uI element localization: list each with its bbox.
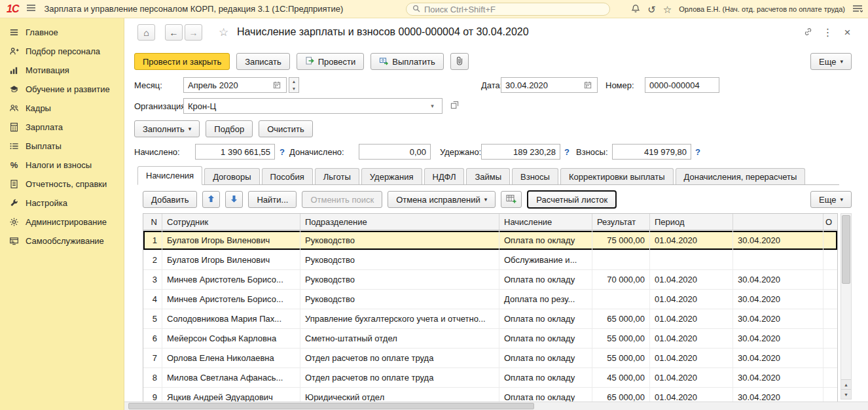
service-menu-button[interactable] [852,5,863,14]
table-row[interactable]: 3 Минчев Аристотель Борисо... Руководств… [143,269,837,289]
cancel-search-button[interactable]: Отменить поиск [302,191,382,208]
additional-field[interactable]: 0,00 [359,144,431,160]
history-button[interactable]: ↺ [647,5,656,14]
date-label: Дата: [481,80,502,90]
tab-privileges[interactable]: Льготы [315,168,359,184]
app-window: 1С Зарплата и управление персоналом КОРП… [0,0,868,410]
current-user[interactable]: Орлова Е.Н. (Нач. отд. расчетов по оплат… [679,5,845,13]
table-row[interactable]: 6 Мейерсон Софья Карловна Сметно-штатный… [143,328,837,348]
favorites-button[interactable]: ☆ [663,5,672,14]
scroll-down-button[interactable]: ▼ [841,389,851,399]
tab-contracts[interactable]: Договоры [204,168,259,184]
accrued-help-link[interactable]: ? [280,147,285,157]
withheld-field[interactable]: 189 230,28 [481,144,560,160]
sidebar-item-reports[interactable]: Отчетность, справки [0,175,124,194]
attachments-button[interactable] [450,53,469,70]
table-row[interactable]: 2 Булатов Игорь Виленович Руководство Об… [143,250,837,269]
pick-button[interactable]: Подбор [206,120,253,137]
sidebar-item-self-service[interactable]: Самообслуживание [0,231,124,250]
column-header-o[interactable]: О [823,214,835,230]
tab-loans[interactable]: Займы [466,168,510,184]
move-up-button[interactable] [202,191,220,208]
write-button[interactable]: Записать [236,53,290,70]
sidebar-item-payments[interactable]: Выплаты [0,137,124,156]
undo-corrections-button[interactable]: Отмена исправлений▾ [388,191,496,208]
month-input[interactable]: Апрель 2020 [183,77,287,93]
cell-o [823,349,835,367]
accrued-field[interactable]: 1 390 661,55 [195,144,275,160]
sidebar-item-label: Главное [26,27,58,37]
table-more-button[interactable]: Еще▾ [810,191,852,208]
sidebar-item-administration[interactable]: Администрирование [0,213,124,231]
favorite-toggle[interactable]: ☆ [215,24,232,41]
sidebar-item-recruiting[interactable]: Подбор персонала [0,42,124,61]
table-horizontal-scrollbar[interactable] [124,401,868,410]
clear-button[interactable]: Очистить [259,120,313,137]
more-commands-button[interactable]: Еще▾ [810,53,852,70]
sidebar-item-payroll[interactable]: Зарплата [0,118,124,137]
move-down-button[interactable] [225,191,243,208]
add-row-button[interactable]: Добавить [143,191,197,208]
find-button[interactable]: Найти... [248,191,297,208]
tab-benefits[interactable]: Пособия [262,168,313,184]
main-menu-button[interactable] [26,4,36,14]
tab-ndfl[interactable]: НДФЛ [424,168,465,184]
cell-n: 3 [143,270,162,289]
global-search-input[interactable]: Поиск Ctrl+Shift+F [406,3,610,16]
get-link-button[interactable] [799,24,817,41]
table-vertical-scrollbar[interactable]: ▲ ▼ [841,213,852,400]
timesheet-grid-button[interactable] [501,191,522,208]
table-row[interactable]: 1 Булатов Игорь Виленович Руководство Оп… [143,230,837,250]
tab-contributions[interactable]: Взносы [512,168,558,184]
organization-label: Организация: [134,101,188,111]
tab-deductions[interactable]: Удержания [361,168,422,184]
table-row[interactable]: 8 Милова Светлана Афанась... Отдел расче… [143,367,837,387]
vertical-scroll-thumb[interactable] [842,215,850,284]
sidebar-item-settings[interactable]: Настройка [0,194,124,213]
sidebar-item-hr[interactable]: Кадры [0,99,124,118]
withheld-help-link[interactable]: ? [564,147,570,157]
column-header-period-end[interactable] [733,214,823,230]
organization-input[interactable]: Крон-Ц ▾ [183,98,443,114]
notifications-button[interactable] [631,4,640,14]
column-header-period[interactable]: Период [650,214,733,230]
home-button[interactable]: ⌂ [137,24,155,41]
more-actions-button[interactable]: ⋮ [819,24,837,41]
forward-button[interactable]: → [185,24,202,41]
scroll-up-button[interactable]: ▲ [841,379,851,389]
close-button[interactable]: × [839,24,856,41]
date-calendar-button[interactable] [582,78,593,92]
table-row[interactable]: 4 Минчев Аристотель Борисо... Руководств… [143,289,837,309]
tab-accruals[interactable]: Начисления [137,166,202,185]
post-button[interactable]: Провести [297,53,365,70]
month-calendar-button[interactable] [271,78,282,92]
step-up-button[interactable]: ▲ [289,78,298,85]
pay-button[interactable]: Выплатить [371,53,444,70]
tab-payment-adjustments[interactable]: Корректировки выплаты [560,168,674,184]
organization-dropdown-button[interactable]: ▾ [427,99,438,113]
column-header-result[interactable]: Результат [592,214,650,230]
step-down-button[interactable]: ▼ [289,85,298,92]
sidebar-item-training[interactable]: Обучение и развитие [0,80,124,99]
date-input[interactable]: 30.04.2020 [501,77,598,93]
open-organization-button[interactable] [447,99,461,113]
back-button[interactable]: ← [165,24,183,41]
column-header-accrual[interactable]: Начисление [499,214,592,230]
payslip-button[interactable]: Расчетный листок [527,190,617,209]
sidebar-item-motivation[interactable]: Мотивация [0,61,124,80]
column-header-department[interactable]: Подразделение [300,214,499,230]
post-and-close-button[interactable]: Провести и закрыть [134,53,230,70]
sidebar-item-taxes[interactable]: % Налоги и взносы [0,156,124,175]
table-row[interactable]: 5 Солодовникова Мария Пах... Управление … [143,309,837,328]
column-header-employee[interactable]: Сотрудник [162,214,300,230]
table-row[interactable]: 7 Орлова Елена Николаевна Отдел расчетов… [143,348,837,367]
column-header-n[interactable]: N [143,214,162,230]
tab-recalculations[interactable]: Доначисления, перерасчеты [676,168,806,184]
contributions-help-link[interactable]: ? [695,147,700,157]
fill-button[interactable]: Заполнить▾ [134,120,200,137]
horizontal-scroll-thumb[interactable] [128,403,534,409]
fields-row-1: Месяц: Апрель 2020 ▲ ▼ Дата: 30.04.2020 … [134,77,861,94]
number-input[interactable]: 0000-000004 [645,77,719,93]
sidebar-item-main[interactable]: Главное [0,23,124,42]
contributions-field[interactable]: 419 979,80 [612,144,691,160]
